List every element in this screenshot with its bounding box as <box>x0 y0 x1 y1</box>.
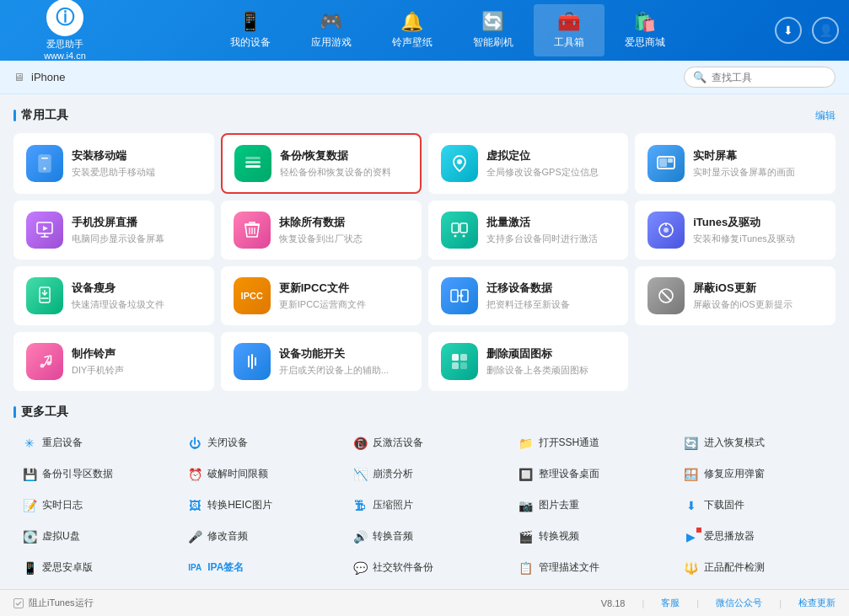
more-tool-compress-photo[interactable]: 🗜 压缩照片 <box>344 492 504 518</box>
tool-install-mobile[interactable]: 安装移动端 安装爱思助手移动端 <box>13 133 214 194</box>
tool-phone-mirror[interactable]: 手机投屏直播 电脑同步显示设备屏幕 <box>13 201 214 260</box>
phone-mirror-desc: 电脑同步显示设备屏幕 <box>72 233 202 244</box>
download-firmware-icon: ⬇ <box>684 499 699 512</box>
edit-button[interactable]: 编辑 <box>815 109 836 123</box>
device-slim-icon <box>26 277 63 314</box>
svg-point-21 <box>664 228 669 233</box>
device-monitor-icon: 🖥 <box>13 71 24 83</box>
shutdown-label: 关闭设备 <box>207 436 248 450</box>
download-button[interactable]: ⬇ <box>775 17 802 44</box>
itunes-checkbox-label: 阻止iTunes运行 <box>29 597 94 609</box>
nav-items: 📱 我的设备 🎮 应用游戏 🔔 铃声壁纸 🔄 智能刷机 🧰 工具箱 🛍️ 爱思商… <box>120 4 775 56</box>
update-ipcc-name: 更新IPCC文件 <box>279 281 409 296</box>
more-tool-analysis[interactable]: 📉 崩溃分析 <box>344 461 504 487</box>
nav-ringtones[interactable]: 🔔 铃声壁纸 <box>372 4 453 56</box>
toolbox-icon: 🧰 <box>557 11 580 33</box>
make-ringtone-text: 制作铃声 DIY手机铃声 <box>72 346 202 376</box>
tool-itunes-driver[interactable]: iTunes及驱动 安装和修复iTunes及驱动 <box>635 201 836 260</box>
nav-toolbox[interactable]: 🧰 工具箱 <box>534 4 605 56</box>
user-button[interactable]: 👤 <box>812 17 839 44</box>
more-tool-reboot[interactable]: ✳ 重启设备 <box>13 430 174 456</box>
nav-smart-brush[interactable]: 🔄 智能刷机 <box>453 4 534 56</box>
more-tool-convert-video[interactable]: 🎬 转换视频 <box>510 523 670 549</box>
device-info: 🖥 iPhone <box>13 71 65 83</box>
batch-activate-text: 批量激活 支持多台设备同时进行激活 <box>486 215 616 244</box>
nav-app-games[interactable]: 🎮 应用游戏 <box>291 4 372 56</box>
more-tool-repair-app[interactable]: 🪟 修复应用弹窗 <box>675 461 836 487</box>
more-tool-convert-heic[interactable]: 🖼 转换HEIC图片 <box>179 492 339 518</box>
tool-make-ringtone[interactable]: 制作铃声 DIY手机铃声 <box>13 332 214 391</box>
more-tool-break-timelimit[interactable]: ⏰ 破解时间限额 <box>179 461 339 487</box>
main-content: 常用工具 编辑 安装移动端 安装爱思助手移动端 备份/恢复数据 轻松备份和恢复设… <box>0 94 849 589</box>
screen-mirror-desc: 实时显示设备屏幕的画面 <box>693 166 823 178</box>
nav-app-games-label: 应用游戏 <box>311 35 352 50</box>
aisi-android-label: 爱思安卓版 <box>42 560 93 575</box>
search-icon: 🔍 <box>693 71 707 83</box>
more-tool-genuine-check[interactable]: 🔱 正品配件检测 <box>675 554 836 581</box>
recovery-label: 进入恢复模式 <box>704 436 765 450</box>
nav-store[interactable]: 🛍️ 爱思商城 <box>605 4 685 56</box>
nav-my-device[interactable]: 📱 我的设备 <box>210 4 291 56</box>
more-tool-ipa-sign[interactable]: IPA IPA签名 <box>179 554 339 581</box>
svg-line-35 <box>45 356 51 357</box>
erase-data-text: 抹除所有数据 恢复设备到出厂状态 <box>279 215 409 244</box>
update-ipcc-icon: IPCC <box>234 277 271 314</box>
aisi-player-label: 爱思播放器 <box>704 529 755 544</box>
aisi-player-icon: ▶ <box>684 530 699 544</box>
analysis-icon: 📉 <box>352 468 368 481</box>
itunes-driver-icon <box>647 212 685 249</box>
compress-photo-icon: 🗜 <box>352 499 368 512</box>
footer-left: 阻止iTunes运行 <box>13 597 94 609</box>
install-mobile-text: 安装移动端 安装爱思助手移动端 <box>72 148 202 178</box>
phone-mirror-name: 手机投屏直播 <box>72 215 202 230</box>
more-tool-aisi-player[interactable]: ▶ 爱思播放器 <box>675 523 836 549</box>
tool-virtual-location[interactable]: 虚拟定位 全局修改设备GPS定位信息 <box>428 133 629 194</box>
search-box[interactable]: 🔍 <box>684 67 836 88</box>
tool-migrate-data[interactable]: 迁移设备数据 把资料迁移至新设备 <box>428 266 629 325</box>
erase-data-desc: 恢复设备到出厂状态 <box>279 233 409 244</box>
more-tool-ssh[interactable]: 📁 打开SSH通道 <box>510 430 670 456</box>
more-tool-modify-audio[interactable]: 🎤 修改音频 <box>179 523 339 549</box>
device-function-desc: 开启或关闭设备上的辅助... <box>279 364 409 376</box>
device-slim-text: 设备瘦身 快速清理设备垃圾文件 <box>72 281 202 310</box>
more-tool-aisi-android[interactable]: 📱 爱思安卓版 <box>13 554 174 581</box>
virtual-location-icon <box>441 145 478 182</box>
tool-screen-mirror[interactable]: 实时屏幕 实时显示设备屏幕的画面 <box>635 133 836 194</box>
search-input[interactable] <box>712 72 830 83</box>
more-tool-realtime-log[interactable]: 📝 实时日志 <box>13 492 174 518</box>
more-tool-shutdown[interactable]: ⏻ 关闭设备 <box>179 430 339 456</box>
backup-guide-label: 备份引导区数据 <box>42 467 113 481</box>
tool-block-ios-update[interactable]: 屏蔽iOS更新 屏蔽设备的iOS更新提示 <box>635 266 836 325</box>
check-update-link[interactable]: 检查更新 <box>798 597 836 609</box>
tool-backup-restore[interactable]: 备份/恢复数据 轻松备份和恢复设备的资料 <box>221 133 422 194</box>
deactivate-label: 反激活设备 <box>373 436 423 450</box>
tool-delete-stubborn[interactable]: 删除顽固图标 删除设备上各类顽固图标 <box>428 332 629 391</box>
tool-device-slim[interactable]: 设备瘦身 快速清理设备垃圾文件 <box>13 266 214 325</box>
phone-mirror-icon <box>26 212 63 249</box>
genuine-check-label: 正品配件检测 <box>704 560 765 575</box>
realtime-log-label: 实时日志 <box>42 498 83 512</box>
tool-device-function[interactable]: 设备功能开关 开启或关闭设备上的辅助... <box>221 332 422 391</box>
realtime-log-icon: 📝 <box>22 499 37 512</box>
tool-erase-data[interactable]: 抹除所有数据 恢复设备到出厂状态 <box>221 201 422 260</box>
dedup-photo-icon: 📷 <box>519 499 534 512</box>
more-tool-manage-profile[interactable]: 📋 管理描述文件 <box>510 554 670 581</box>
more-tool-social-backup[interactable]: 💬 社交软件备份 <box>344 554 504 581</box>
wechat-link[interactable]: 微信公众号 <box>716 597 762 609</box>
tool-batch-activate[interactable]: 批量激活 支持多台设备同时进行激活 <box>428 201 629 260</box>
more-tool-backup-guide[interactable]: 💾 备份引导区数据 <box>13 461 174 487</box>
more-tool-dedup-photo[interactable]: 📷 图片去重 <box>510 492 670 518</box>
more-tool-recovery[interactable]: 🔄 进入恢复模式 <box>675 430 836 456</box>
more-tool-virtual-udisk[interactable]: 💽 虚拟U盘 <box>13 523 174 549</box>
svg-marker-11 <box>43 226 48 231</box>
more-tool-convert-audio[interactable]: 🔊 转换音频 <box>344 523 504 549</box>
more-tool-deactivate[interactable]: 📵 反激活设备 <box>344 430 504 456</box>
screen-mirror-name: 实时屏幕 <box>693 148 823 163</box>
tool-update-ipcc[interactable]: IPCC 更新IPCC文件 更新IPCC运营商文件 <box>221 266 422 325</box>
svg-point-18 <box>454 235 456 238</box>
recovery-icon: 🔄 <box>684 437 699 450</box>
more-tool-download-firmware[interactable]: ⬇ 下载固件 <box>675 492 836 518</box>
customer-service-link[interactable]: 客服 <box>661 597 680 609</box>
more-tool-organize-desktop[interactable]: 🔲 整理设备桌面 <box>510 461 670 487</box>
itunes-checkbox[interactable] <box>13 598 24 608</box>
